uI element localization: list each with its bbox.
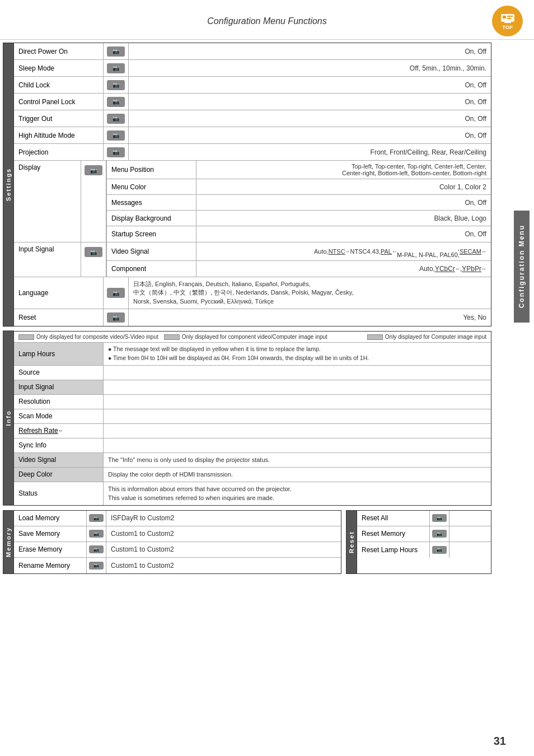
video-signal-row: Video Signal Auto, NTSC↔ NTSC4.43, PAL↔,… [107, 242, 491, 261]
page-header: Configuration Menu Functions TOP [0, 0, 534, 40]
trigger-out-row: Trigger Out 📷 On, Off [14, 110, 491, 127]
erase-memory-row: Erase Memory 📷 Custom1 to Custom2 [14, 542, 341, 558]
right-tab-text: Configuration Menu [518, 225, 526, 308]
composite-legend: Only displayed for composite video/S-Vid… [18, 334, 158, 340]
page-number: 31 [494, 735, 506, 748]
control-panel-lock-label: Control Panel Lock [14, 94, 104, 110]
bottom-sections: Memory Load Memory 📷 ISFDayR to Custom2 … [3, 510, 491, 574]
display-icon: 📷 [81, 161, 106, 242]
source-value [104, 366, 491, 380]
direct-power-on-value: On, Off [129, 43, 491, 59]
input-signal-sub-section: Video Signal Auto, NTSC↔ NTSC4.43, PAL↔,… [106, 242, 491, 277]
trigger-out-icon: 📷 [104, 110, 129, 127]
display-row: Display 📷 Menu Position Top-left, Top-ce… [14, 161, 491, 242]
messages-row: Messages On, Off [107, 195, 491, 211]
erase-memory-label: Erase Memory [14, 542, 87, 557]
sync-info-value [104, 438, 491, 452]
sleep-mode-row: Sleep Mode 📷 Off, 5min., 10min., 30min. [14, 60, 491, 77]
erase-memory-value: Custom1 to Custom2 [106, 542, 341, 557]
high-altitude-mode-value: On, Off [129, 127, 491, 143]
child-lock-icon: 📷 [104, 77, 129, 93]
save-memory-label: Save Memory [14, 526, 87, 542]
high-altitude-mode-label: High Altitude Mode [14, 127, 104, 143]
load-memory-row: Load Memory 📷 ISFDayR to Custom2 [14, 511, 341, 526]
reset-memory-icon: 📷 [430, 526, 449, 542]
projection-label: Projection [14, 144, 104, 160]
direct-power-on-label: Direct Power On [14, 43, 104, 59]
refresh-rate-label: Refresh Rate↔ [14, 424, 104, 438]
reset-icon: 📷 [104, 309, 129, 326]
save-memory-row: Save Memory 📷 Custom1 to Custom2 [14, 526, 341, 542]
erase-memory-icon: 📷 [87, 542, 106, 557]
video-signal-value: Auto, NTSC↔ NTSC4.43, PAL↔,M-PAL, N-PAL,… [196, 242, 491, 260]
info-section: Info Only displayed for composite video/… [3, 331, 491, 506]
reset-lamp-hours-row: Reset Lamp Hours 📷 [357, 542, 491, 558]
refresh-rate-row: Refresh Rate↔ [14, 424, 491, 438]
reset-all-icon: 📷 [430, 511, 449, 526]
reset-value: Yes, No [129, 309, 491, 326]
menu-position-row: Menu Position Top-left, Top-center, Top-… [107, 161, 491, 179]
control-panel-lock-row: Control Panel Lock 📷 On, Off [14, 94, 491, 110]
input-signal-info-label: Input Signal [14, 380, 104, 394]
language-value: 日本語, English, Français, Deutsch, Italian… [129, 277, 491, 309]
high-altitude-mode-row: High Altitude Mode 📷 On, Off [14, 127, 491, 144]
svg-rect-3 [507, 18, 511, 19]
svg-rect-4 [504, 22, 511, 23]
svg-rect-5 [506, 21, 509, 22]
input-signal-icon: 📷 [81, 242, 106, 277]
sleep-mode-value: Off, 5min., 10min., 30min. [129, 60, 491, 76]
sync-info-label: Sync Info [14, 438, 104, 452]
startup-screen-value: On, Off [196, 226, 491, 242]
input-signal-info-row: Input Signal [14, 380, 491, 395]
menu-position-value: Top-left, Top-center, Top-right, Center-… [196, 161, 491, 179]
top-icon[interactable]: TOP [492, 6, 523, 36]
reset-row: Reset 📷 Yes, No [14, 309, 491, 326]
composite-legend-text: Only displayed for composite video/S-Vid… [36, 334, 158, 340]
reset-all-label: Reset All [357, 511, 430, 526]
control-panel-lock-value: On, Off [129, 94, 491, 110]
source-label: Source [14, 366, 104, 380]
status-row: Status This is information about errors … [14, 482, 491, 505]
display-background-value: Black, Blue, Logo [196, 211, 491, 226]
top-label: TOP [502, 25, 512, 30]
reset-all-row: Reset All 📷 [357, 511, 491, 526]
menu-color-value: Color 1, Color 2 [196, 179, 491, 194]
child-lock-value: On, Off [129, 77, 491, 93]
video-signal-info-row: Video Signal The "Info" menu is only use… [14, 453, 491, 468]
memory-label: Memory [3, 510, 14, 574]
input-signal-label: Input Signal [14, 242, 81, 277]
component-legend: Only displayed for component video/Compu… [164, 334, 327, 340]
svg-rect-2 [507, 16, 513, 17]
reset-lamp-hours-label: Reset Lamp Hours [357, 542, 430, 558]
rename-memory-row: Rename Memory 📷 Custom1 to Custom2 [14, 558, 341, 573]
sync-info-row: Sync Info [14, 438, 491, 453]
deep-color-value: Display the color depth of HDMI transmis… [104, 468, 491, 482]
deep-color-row: Deep Color Display the color depth of HD… [14, 468, 491, 482]
load-memory-icon: 📷 [87, 511, 106, 526]
video-signal-label: Video Signal [107, 242, 196, 260]
trigger-out-value: On, Off [129, 110, 491, 127]
child-lock-row: Child Lock 📷 On, Off [14, 77, 491, 94]
lamp-hours-value: ● The message text will be displayed in … [104, 343, 491, 365]
display-sub-section: Menu Position Top-left, Top-center, Top-… [106, 161, 491, 242]
sleep-mode-label: Sleep Mode [14, 60, 104, 76]
input-signal-info-value [104, 380, 491, 394]
header-title: Configuration Menu Functions [207, 16, 326, 26]
menu-color-label: Menu Color [107, 179, 196, 194]
high-altitude-mode-icon: 📷 [104, 127, 129, 143]
component-row: Component Auto, YCbCr↔, YPbPr↔ [107, 261, 491, 277]
rename-memory-value: Custom1 to Custom2 [106, 558, 341, 573]
direct-power-on-icon: 📷 [104, 43, 129, 59]
save-memory-value: Custom1 to Custom2 [106, 526, 341, 542]
child-lock-label: Child Lock [14, 77, 104, 93]
info-legend: Only displayed for composite video/S-Vid… [14, 332, 491, 343]
input-signal-row: Input Signal 📷 Video Signal Auto, NTSC↔ … [14, 242, 491, 277]
component-legend-text: Only displayed for component video/Compu… [182, 334, 327, 340]
settings-section: Settings Direct Power On 📷 On, Off Sleep… [3, 43, 491, 326]
source-row: Source [14, 366, 491, 380]
messages-label: Messages [107, 195, 196, 210]
reset-label: Reset [14, 309, 104, 326]
lamp-hours-label: Lamp Hours [14, 343, 104, 365]
computer-legend: Only displayed for Computer image input [367, 334, 486, 340]
resolution-label: Resolution [14, 395, 104, 409]
